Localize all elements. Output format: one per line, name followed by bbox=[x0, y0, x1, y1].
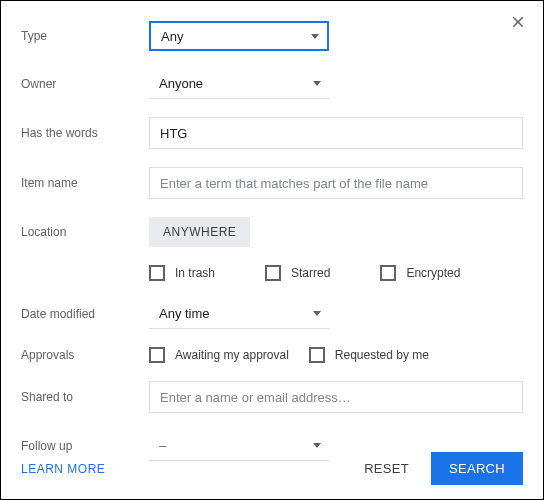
checkbox-icon bbox=[149, 347, 165, 363]
item-name-input[interactable] bbox=[149, 167, 523, 199]
awaiting-label: Awaiting my approval bbox=[175, 348, 289, 362]
awaiting-approval-checkbox[interactable]: Awaiting my approval bbox=[149, 347, 289, 363]
search-button[interactable]: SEARCH bbox=[431, 452, 523, 485]
chevron-down-icon bbox=[311, 34, 319, 39]
in-trash-label: In trash bbox=[175, 266, 215, 280]
in-trash-checkbox[interactable]: In trash bbox=[149, 265, 215, 281]
shared-to-label: Shared to bbox=[21, 390, 149, 404]
owner-value: Anyone bbox=[159, 76, 203, 91]
chevron-down-icon bbox=[313, 81, 321, 86]
shared-to-input[interactable] bbox=[149, 381, 523, 413]
chevron-down-icon bbox=[313, 311, 321, 316]
encrypted-label: Encrypted bbox=[406, 266, 460, 280]
location-chip[interactable]: ANYWHERE bbox=[149, 217, 250, 247]
checkbox-icon bbox=[380, 265, 396, 281]
has-words-label: Has the words bbox=[21, 126, 149, 140]
location-label: Location bbox=[21, 225, 149, 239]
starred-label: Starred bbox=[291, 266, 330, 280]
item-name-label: Item name bbox=[21, 176, 149, 190]
checkbox-icon bbox=[265, 265, 281, 281]
date-modified-dropdown[interactable]: Any time bbox=[149, 299, 329, 329]
owner-dropdown[interactable]: Anyone bbox=[149, 69, 329, 99]
owner-label: Owner bbox=[21, 77, 149, 91]
learn-more-link[interactable]: LEARN MORE bbox=[21, 462, 105, 476]
date-modified-value: Any time bbox=[159, 306, 210, 321]
type-dropdown[interactable]: Any bbox=[149, 21, 329, 51]
close-icon[interactable] bbox=[509, 13, 527, 34]
requested-by-me-checkbox[interactable]: Requested by me bbox=[309, 347, 429, 363]
reset-button[interactable]: RESET bbox=[350, 453, 423, 484]
type-value: Any bbox=[161, 29, 183, 44]
starred-checkbox[interactable]: Starred bbox=[265, 265, 330, 281]
approvals-label: Approvals bbox=[21, 348, 149, 362]
has-words-input[interactable] bbox=[149, 117, 523, 149]
encrypted-checkbox[interactable]: Encrypted bbox=[380, 265, 460, 281]
requested-label: Requested by me bbox=[335, 348, 429, 362]
date-modified-label: Date modified bbox=[21, 307, 149, 321]
checkbox-icon bbox=[309, 347, 325, 363]
type-label: Type bbox=[21, 29, 149, 43]
checkbox-icon bbox=[149, 265, 165, 281]
